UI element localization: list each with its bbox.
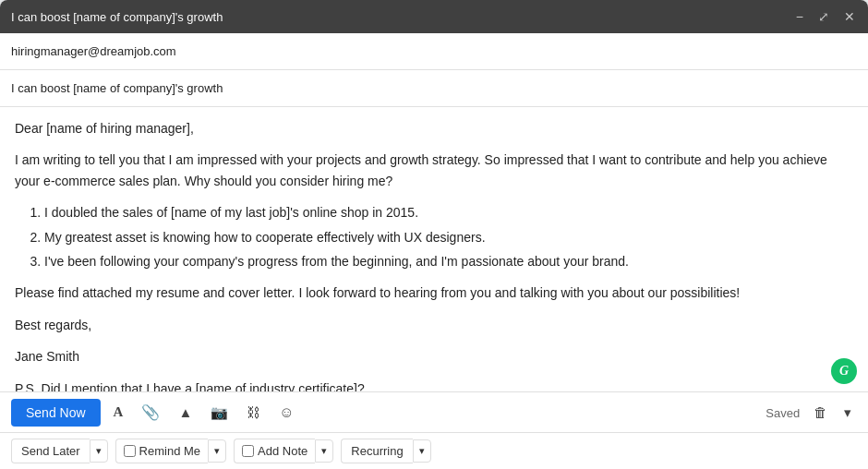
subject-value[interactable]: I can boost [name of company]'s growth <box>11 81 223 95</box>
bullet-list: I doubled the sales of [name of my last … <box>44 202 853 271</box>
grammarly-icon: G <box>839 364 849 379</box>
recurring-button[interactable]: Recurring <box>341 439 412 463</box>
link-button[interactable]: ⛓ <box>241 401 266 424</box>
intro-paragraph: I am writing to tell you that I am impre… <box>15 150 853 191</box>
recurring-group: Recurring ▾ <box>341 439 430 463</box>
emoji-button[interactable]: ☺ <box>273 401 299 425</box>
add-note-checkbox[interactable] <box>242 445 254 457</box>
remind-me-checkbox-label[interactable]: Remind Me <box>115 439 208 463</box>
remind-me-label: Remind Me <box>139 444 200 458</box>
signature: Jane Smith <box>15 346 853 367</box>
bullet-2: My greatest asset is knowing how to coop… <box>44 227 853 247</box>
link-icon: ⛓ <box>247 404 260 420</box>
remind-me-group: Remind Me ▾ <box>115 439 226 463</box>
close-button[interactable]: ✕ <box>842 10 857 23</box>
delete-draft-button[interactable]: 🗑 <box>810 401 831 424</box>
to-value[interactable]: hiringmanager@dreamjob.com <box>11 44 176 58</box>
chevron-down-icon: ▾ <box>844 404 851 420</box>
more-options-button[interactable]: ▾ <box>838 401 857 425</box>
attachment-button[interactable]: 📎 <box>136 400 165 425</box>
ps-line: P.S. Did I mention that I have a [name o… <box>15 379 853 391</box>
regards: Best regards, <box>15 315 853 335</box>
saved-status: Saved 🗑 <box>766 401 831 424</box>
add-note-dropdown-button[interactable]: ▾ <box>315 439 333 463</box>
drive-icon: ▲ <box>178 404 192 420</box>
bullet-1: I doubled the sales of [name of my last … <box>44 202 853 222</box>
recurring-dropdown-button[interactable]: ▾ <box>413 439 431 463</box>
send-later-group: Send Later ▾ <box>11 439 108 463</box>
add-note-label: Add Note <box>258 444 307 458</box>
minimize-button[interactable]: − <box>794 10 805 23</box>
remind-me-dropdown-button[interactable]: ▾ <box>208 439 226 463</box>
resize-button[interactable]: ⤢ <box>816 10 831 23</box>
body-wrapper: Dear [name of hiring manager], I am writ… <box>0 107 868 391</box>
closing-paragraph: Please find attached my resume and cover… <box>15 283 853 303</box>
emoji-icon: ☺ <box>279 404 294 421</box>
add-note-checkbox-label[interactable]: Add Note <box>234 439 315 463</box>
photo-button[interactable]: 📷 <box>205 401 234 425</box>
greeting: Dear [name of hiring manager], <box>15 118 853 138</box>
toolbar: Send Now A 📎 ▲ 📷 ⛓ ☺ Saved 🗑 ▾ <box>0 391 868 432</box>
compose-window: I can boost [name of company]'s growth −… <box>0 0 868 469</box>
to-row: hiringmanager@dreamjob.com <box>0 33 868 70</box>
window-title: I can boost [name of company]'s growth <box>11 10 223 24</box>
bottom-bar: Send Later ▾ Remind Me ▾ Add Note ▾ Recu… <box>0 432 868 469</box>
title-bar-controls: − ⤢ ✕ <box>794 10 857 23</box>
formatting-button[interactable]: A <box>108 401 129 424</box>
add-note-group: Add Note ▾ <box>234 439 333 463</box>
send-later-button[interactable]: Send Later <box>11 439 90 463</box>
paperclip-icon: 📎 <box>141 403 160 421</box>
photo-icon: 📷 <box>211 404 228 421</box>
grammarly-button[interactable]: G <box>831 358 857 384</box>
formatting-icon: A <box>114 404 124 420</box>
title-bar: I can boost [name of company]'s growth −… <box>0 0 868 33</box>
bullet-3: I've been following your company's progr… <box>44 251 853 271</box>
remind-me-checkbox[interactable] <box>124 445 136 457</box>
email-body[interactable]: Dear [name of hiring manager], I am writ… <box>0 107 868 391</box>
send-now-button[interactable]: Send Now <box>11 399 101 427</box>
send-later-dropdown-button[interactable]: ▾ <box>90 439 108 463</box>
subject-row: I can boost [name of company]'s growth <box>0 70 868 107</box>
drive-button[interactable]: ▲ <box>173 401 198 424</box>
